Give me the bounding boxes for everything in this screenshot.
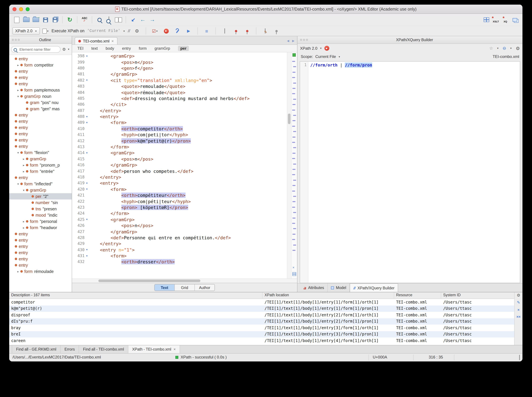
builder-settings-gear-icon[interactable]: ⚙: [516, 46, 520, 50]
code-line[interactable]: 398▾ <gramGrp>: [72, 53, 287, 59]
forward-button[interactable]: →: [148, 15, 157, 24]
overview-mark[interactable]: [293, 147, 296, 148]
overview-mark[interactable]: [293, 104, 295, 105]
validate-button[interactable]: ☑▼: [151, 27, 159, 35]
overview-mark[interactable]: [292, 174, 295, 175]
code-line[interactable]: 431▾ <form>: [72, 253, 287, 259]
reload-button[interactable]: ↻: [66, 15, 74, 24]
xpath-expression-editor[interactable]: 1 //form/orth | //form/pron: [300, 61, 520, 283]
configure-transformation-button[interactable]: [173, 27, 182, 35]
outline-item-mood[interactable]: mood"indic: [9, 212, 72, 218]
open-url-button[interactable]: →: [32, 15, 40, 24]
code-line[interactable]: 403 <quote>remoulade</quote>: [72, 83, 287, 89]
result-row[interactable]: disproof/TEI[1]/text[1]/body[1]/entry[2]…: [9, 312, 514, 318]
outline-item-form[interactable]: ▸formrémoulade: [9, 268, 72, 274]
overview-mark[interactable]: [293, 244, 296, 245]
builder-tab-xpath-builder[interactable]: //XPath/XQuery Builder: [350, 283, 398, 292]
collapse-arrow-icon[interactable]: ▾: [22, 188, 26, 192]
edit-button[interactable]: ✎: [261, 27, 269, 35]
highlight-pen-icon[interactable]: ✎: [517, 300, 520, 305]
code-line[interactable]: 420▾ <form>: [72, 186, 287, 192]
prev-tab-icon[interactable]: ◀: [287, 39, 289, 43]
view-tab-errors[interactable]: Errors: [61, 345, 79, 353]
close-all-icon[interactable]: ××: [516, 315, 521, 319]
overview-mark[interactable]: [292, 158, 295, 159]
code-line[interactable]: 411 <hyph>com|peti|tor</hyph>: [72, 132, 287, 138]
mode-tab-text[interactable]: Text: [155, 285, 175, 291]
outline-item-entry[interactable]: entry: [9, 56, 72, 62]
fold-toggle-icon[interactable]: ▾: [85, 55, 89, 57]
pin-button[interactable]: [272, 27, 281, 35]
xpath-expression[interactable]: //form/orth | //form/pron: [308, 62, 372, 283]
code-line[interactable]: 400 <gen>f</gen>: [72, 65, 287, 71]
xpath-expression-part[interactable]: //form/pron: [345, 62, 372, 68]
builder-tab-attributes[interactable]: aAttributes: [300, 283, 328, 292]
run-button[interactable]: ▶: [162, 27, 171, 35]
outline-item-gramGrp[interactable]: ▾gramGrp: [9, 187, 72, 193]
outline-item-entry[interactable]: entry: [9, 68, 72, 74]
find-in-files-button[interactable]: [105, 15, 113, 24]
xpath-scope-value[interactable]: 'Current File': [87, 29, 120, 33]
overview-mark[interactable]: [293, 88, 295, 89]
builder-tab-model[interactable]: Model: [328, 283, 350, 292]
breadcrumb-item-gramgrp[interactable]: gramGrp: [154, 46, 170, 51]
code-line[interactable]: 407 </entry>: [72, 107, 287, 114]
fold-toggle-icon[interactable]: ▾: [85, 115, 89, 118]
expand-arrow-icon[interactable]: ▸: [16, 270, 20, 273]
outline-item-gram[interactable]: gram"gen" mas: [9, 106, 72, 112]
horizontal-scrollbar[interactable]: [72, 279, 297, 283]
outline-item-form[interactable]: ▸form"personal: [9, 218, 72, 224]
ruler-settings-icon[interactable]: [293, 272, 296, 276]
code-line[interactable]: 412 <pron>k@m"petit@(r)</pron>: [72, 138, 287, 144]
overview-mark[interactable]: [293, 196, 296, 197]
code-line[interactable]: 423 <pron> [köpetitœR]</pron>: [72, 205, 287, 211]
code-line[interactable]: 422 <hyph>com|péti|teur</hyph>: [72, 198, 287, 205]
save-all-button[interactable]: [51, 15, 59, 24]
compare-files-button[interactable]: [114, 15, 123, 24]
code-line[interactable]: 415 <pos>n</pos>: [72, 156, 287, 162]
close-button[interactable]: [12, 7, 16, 11]
overview-mark[interactable]: [293, 201, 295, 202]
new-document-button[interactable]: [12, 15, 21, 24]
code-line[interactable]: 399 <pos>n</pos>: [72, 59, 287, 65]
code-line[interactable]: 424 </form>: [72, 210, 287, 217]
outline-item-gram[interactable]: gram"pos" nou: [9, 99, 72, 106]
expand-arrow-icon[interactable]: ▸: [16, 63, 20, 67]
fold-toggle-icon[interactable]: ▾: [85, 218, 89, 221]
expand-arrow-icon[interactable]: ▸: [22, 220, 26, 223]
overview-mark[interactable]: [293, 163, 296, 164]
results-column-header[interactable]: Description - 167 items: [9, 292, 263, 298]
fold-toggle-icon[interactable]: ▾: [85, 151, 89, 154]
grid-view-button[interactable]: [482, 15, 490, 24]
code-line[interactable]: 425▾ <gramGrp>: [72, 217, 287, 223]
overview-mark[interactable]: [292, 190, 295, 192]
code-line[interactable]: 426 <pos>n</pos>: [72, 223, 287, 229]
go-to-definition-button[interactable]: ↙: [129, 15, 138, 24]
overview-mark[interactable]: [293, 136, 295, 137]
expand-arrow-icon[interactable]: ▸: [22, 157, 26, 161]
code-line[interactable]: 418 </entry>: [72, 174, 287, 180]
outline-item-form[interactable]: ▸formcompetitor: [9, 62, 72, 68]
fold-toggle-icon[interactable]: ▾: [85, 182, 89, 185]
close-tab-icon[interactable]: ×: [111, 39, 114, 43]
zoom-button[interactable]: [26, 7, 30, 11]
collapse-arrow-icon[interactable]: ▾: [16, 151, 20, 154]
overview-mark[interactable]: [293, 234, 295, 235]
outline-item-form[interactable]: ▾form"flexion": [9, 149, 72, 156]
breadcrumb-item-per[interactable]: per: [178, 46, 189, 51]
overview-mark[interactable]: [293, 120, 295, 121]
breadcrumb-item-form[interactable]: form: [139, 46, 147, 51]
results-column-header[interactable]: Resource: [394, 292, 441, 298]
code-line[interactable]: 430▾ <entry n="1">: [72, 247, 287, 253]
overview-mark[interactable]: [293, 250, 295, 251]
overview-mark[interactable]: [292, 142, 295, 143]
outline-item-form[interactable]: ▸form"headwor: [9, 224, 72, 231]
format-indent-button[interactable]: ≡: [202, 27, 211, 35]
xpath-settings-button[interactable]: ⚙: [133, 27, 141, 35]
code-line[interactable]: 402▾ <cit type="translation" xml:lang="e…: [72, 77, 287, 83]
mode-tab-grid[interactable]: Grid: [175, 285, 195, 291]
outline-item-gramGrp[interactable]: ▾gramGrpnoun: [9, 93, 72, 99]
outline-item-entry[interactable]: entry: [9, 243, 72, 249]
outline-filter-input[interactable]: [11, 46, 61, 52]
result-row[interactable]: competitor/TEI[1]/text[1]/body[1]/entry[…: [9, 299, 514, 305]
